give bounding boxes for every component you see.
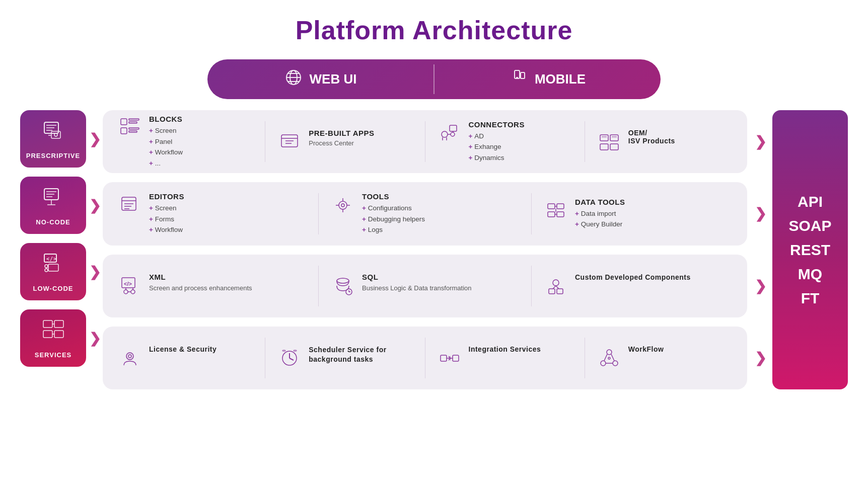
connectors-icon	[437, 120, 463, 146]
datatools-query: Query Builder	[575, 219, 733, 230]
api-label-rest: REST	[790, 241, 830, 259]
blocks-icon	[117, 115, 143, 141]
prebuilt-title: PRE-BUILT APPS	[309, 129, 413, 137]
nocode-arrow: ❯	[89, 197, 101, 214]
prescriptive-card: BLOCKS Screen Panel Workflow ...	[103, 110, 747, 173]
divider-6	[318, 266, 319, 306]
divider-9	[425, 338, 425, 378]
webui-icon	[284, 68, 303, 90]
webui-section: WEB UI	[207, 59, 433, 99]
services-right-arrow: ❯	[755, 330, 766, 385]
datatools-block: DATA TOOLS Data import Query Builder	[543, 198, 733, 230]
oem-block: OEM/ISV Products	[596, 129, 733, 155]
blocks-item-panel: Panel	[149, 136, 254, 147]
license-text: License & Security	[149, 345, 254, 355]
integration-block: Integration Services	[437, 345, 573, 371]
api-label-api: API	[798, 193, 823, 210]
tools-text: TOOLS Configurations Debugging helpers L…	[362, 192, 520, 235]
prescriptive-icon	[41, 118, 65, 147]
svg-rect-89	[549, 289, 555, 294]
prescriptive-label-row: PRESCRIPTIVE ❯	[20, 110, 101, 168]
services-label: SERVICES	[35, 351, 72, 359]
svg-rect-70	[548, 204, 555, 209]
license-icon	[117, 345, 143, 371]
license-block: License & Security	[117, 345, 254, 371]
editors-text: EDITORS Screen Forms Workflow	[149, 192, 307, 235]
editors-icon	[117, 192, 143, 218]
prebuilt-icon	[276, 129, 303, 155]
nocode-box: NO-CODE	[20, 177, 86, 234]
divider-8	[265, 338, 265, 378]
svg-text:</>: </>	[46, 256, 57, 262]
svg-rect-72	[557, 204, 564, 209]
custom-text: Custom Developed Components	[575, 273, 733, 285]
scheduler-title: Scheduler Service for background tasks	[309, 345, 413, 365]
svg-rect-6	[521, 72, 525, 78]
blocks-text: BLOCKS Screen Panel Workflow ...	[149, 115, 254, 169]
svg-rect-38	[129, 122, 137, 123]
integration-text: Integration Services	[469, 345, 573, 355]
services-label-row: SERVICES ❯	[20, 309, 101, 367]
blocks-block: BLOCKS Screen Panel Workflow ...	[117, 115, 254, 169]
editors-screen: Screen	[149, 203, 307, 214]
connectors-text: CONNECTORS AD Exhange Dynamics	[469, 120, 573, 164]
svg-point-104	[607, 350, 612, 355]
divider-4	[318, 193, 319, 234]
prescriptive-box: PRESCRIPTIVE	[20, 110, 86, 168]
xml-subtitle: Screen and process enhancements	[149, 283, 307, 293]
prebuilt-subtitle: Process Center	[309, 139, 413, 147]
svg-point-64	[339, 201, 347, 209]
svg-point-69	[341, 204, 344, 207]
api-panel: API SOAP REST MQ FT	[772, 110, 848, 389]
scheduler-block: Scheduler Service for background tasks	[276, 345, 413, 371]
custom-block: Custom Developed Components	[543, 273, 733, 299]
lowcode-right-arrow: ❯	[755, 258, 766, 313]
svg-point-88	[553, 280, 559, 286]
services-card: License & Security	[103, 327, 747, 389]
blocks-item-more: ...	[149, 158, 254, 169]
tools-config: Configurations	[362, 203, 520, 214]
nocode-icon	[41, 185, 65, 213]
license-title: License & Security	[149, 345, 254, 353]
integration-icon	[437, 345, 463, 371]
svg-line-92	[556, 286, 559, 289]
sql-text: SQL Business Logic & Data transformation	[362, 273, 520, 293]
svg-rect-46	[450, 125, 457, 131]
svg-rect-12	[51, 131, 60, 138]
sql-title: SQL	[362, 273, 520, 281]
divider-5	[531, 193, 532, 234]
xml-text: XML Screen and process enhancements	[149, 273, 307, 293]
svg-rect-101	[441, 355, 447, 361]
top-bar: WEB UI MOBILE	[20, 59, 848, 99]
blocks-item-screen: Screen	[149, 125, 254, 136]
svg-point-84	[337, 278, 349, 283]
divider-2	[425, 121, 425, 162]
tools-title: TOOLS	[362, 192, 520, 201]
webui-label: WEB UI	[310, 71, 357, 87]
services-icon	[41, 317, 65, 346]
svg-point-94	[128, 355, 131, 358]
connectors-ad: AD	[469, 131, 573, 142]
scheduler-icon	[276, 345, 303, 371]
datatools-title: DATA TOOLS	[575, 198, 733, 206]
svg-rect-30	[43, 320, 52, 328]
tools-icon	[330, 192, 356, 218]
svg-rect-99	[282, 350, 285, 351]
connectors-exchange: Exhange	[469, 141, 573, 152]
sql-icon	[330, 273, 356, 299]
prescriptive-right-arrow: ❯	[755, 114, 766, 170]
workflow-icon	[596, 345, 622, 371]
divider-1	[265, 121, 265, 162]
connectors-dynamics: Dynamics	[469, 152, 573, 164]
datatools-text: DATA TOOLS Data import Query Builder	[575, 198, 733, 230]
svg-rect-100	[294, 350, 297, 351]
svg-rect-102	[453, 355, 459, 361]
scheduler-text: Scheduler Service for background tasks	[309, 345, 413, 367]
api-label-mq: MQ	[798, 266, 822, 283]
lowcode-label-row: </> LOW-CODE ❯	[20, 243, 101, 300]
svg-point-47	[442, 131, 448, 137]
lowcode-label: LOW-CODE	[33, 285, 74, 292]
svg-point-80	[131, 290, 135, 294]
connectors-title: CONNECTORS	[469, 120, 573, 129]
svg-text:</>: </>	[124, 281, 132, 287]
